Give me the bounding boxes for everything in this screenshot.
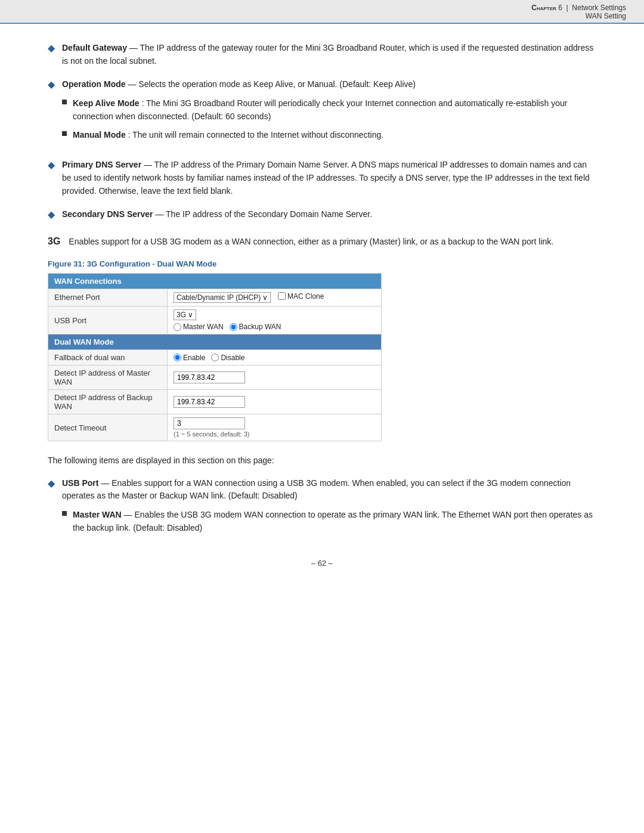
ethernet-port-row: Ethernet Port Cable/Dynamic IP (DHCP) ∨ … xyxy=(48,289,382,306)
page-number: – 62 – xyxy=(48,559,596,568)
sub-item-keep-alive: Keep Alive Mode : The Mini 3G Broadband … xyxy=(62,97,596,123)
figure-caption: Figure 31: 3G Configuration - Dual WAN M… xyxy=(48,259,596,268)
fallback-label: Fallback of dual wan xyxy=(48,350,168,366)
3g-description: Enables support for a USB 3G modem as a … xyxy=(69,236,553,249)
section-3g: 3G Enables support for a USB 3G modem as… xyxy=(48,236,596,249)
diamond-icon: ◆ xyxy=(48,159,55,171)
manual-mode-label: Manual Mode xyxy=(73,130,126,140)
mac-clone-checkbox-label[interactable]: MAC Clone xyxy=(278,292,324,301)
diamond-icon: ◆ xyxy=(48,79,55,90)
detect-backup-value xyxy=(168,390,382,414)
fallback-radio-group: Enable Disable xyxy=(174,354,375,362)
chapter-word: Chapter xyxy=(531,4,556,12)
wan-connections-header: WAN Connections xyxy=(48,273,382,289)
operation-mode-subbullets: Keep Alive Mode : The Mini 3G Broadband … xyxy=(62,97,596,142)
diamond-icon: ◆ xyxy=(48,42,55,54)
chapter-number: 6 xyxy=(558,4,562,12)
second-bullet-list: ◆ USB Port — Enables support for a WAN c… xyxy=(48,477,596,541)
usb-port-value: 3G ∨ Master WAN Backup WAN xyxy=(168,306,382,335)
list-item-operation-mode: ◆ Operation Mode — Selects the operation… xyxy=(48,78,596,148)
usb-port-row: USB Port 3G ∨ Master WAN Backup WAN xyxy=(48,306,382,335)
sub-item-manual-mode: Manual Mode : The unit will remain conne… xyxy=(62,129,596,142)
wan-connections-header-row: WAN Connections xyxy=(48,273,382,289)
enable-radio[interactable] xyxy=(174,354,181,361)
3g-label: 3G xyxy=(48,236,60,247)
diamond-icon: ◆ xyxy=(48,209,55,220)
list-item-primary-dns: ◆ Primary DNS Server — The IP address of… xyxy=(48,159,596,197)
disable-radio[interactable] xyxy=(211,354,219,361)
detect-master-value xyxy=(168,366,382,390)
subsection-title: WAN Setting xyxy=(18,12,626,20)
figure-container: Figure 31: 3G Configuration - Dual WAN M… xyxy=(48,259,596,442)
backup-wan-radio-label[interactable]: Backup WAN xyxy=(230,323,281,331)
usb-port-label: USB Port xyxy=(48,306,168,335)
detect-master-label: Detect IP address of Master WAN xyxy=(48,366,168,390)
sub-item-master-wan: Master WAN — Enables the USB 3G modem WA… xyxy=(62,509,596,534)
secondary-dns-label: Secondary DNS Server xyxy=(62,209,153,219)
dual-wan-header: Dual WAN Mode xyxy=(48,335,382,350)
detect-backup-row: Detect IP address of Backup WAN xyxy=(48,390,382,414)
mac-clone-checkbox[interactable] xyxy=(278,292,286,300)
square-icon xyxy=(62,100,67,104)
list-item-default-gateway: ◆ Default Gateway — The IP address of th… xyxy=(48,42,596,67)
page-header: Chapter 6 | Network Settings WAN Setting xyxy=(0,0,644,24)
section-title: Network Settings xyxy=(572,4,626,12)
fallback-row: Fallback of dual wan Enable Disable xyxy=(48,350,382,366)
detect-timeout-label: Detect Timeout xyxy=(48,414,168,441)
usb-port-select[interactable]: 3G ∨ xyxy=(174,309,196,320)
enable-radio-label[interactable]: Enable xyxy=(174,354,205,362)
config-table: WAN Connections Ethernet Port Cable/Dyna… xyxy=(48,273,382,442)
ethernet-port-select[interactable]: Cable/Dynamic IP (DHCP) ∨ xyxy=(174,292,271,303)
usb-port-bullet-label: USB Port xyxy=(62,478,98,488)
master-wan-radio-label[interactable]: Master WAN xyxy=(174,323,224,331)
square-icon xyxy=(62,511,67,516)
usb-port-bullet-text: USB Port — Enables support for a WAN con… xyxy=(62,477,596,541)
detect-master-input[interactable] xyxy=(174,371,245,383)
list-item-secondary-dns: ◆ Secondary DNS Server — The IP address … xyxy=(48,208,596,221)
primary-dns-text: Primary DNS Server — The IP address of t… xyxy=(62,159,596,197)
main-bullet-list: ◆ Default Gateway — The IP address of th… xyxy=(48,42,596,221)
master-wan-sub-label: Master WAN xyxy=(73,510,122,519)
primary-dns-label: Primary DNS Server xyxy=(62,160,141,169)
backup-wan-radio[interactable] xyxy=(230,323,237,331)
default-gateway-label: Default Gateway xyxy=(62,43,127,52)
keep-alive-label: Keep Alive Mode xyxy=(73,98,140,108)
detect-backup-label: Detect IP address of Backup WAN xyxy=(48,390,168,414)
master-wan-radio[interactable] xyxy=(174,323,181,331)
list-item-usb-port: ◆ USB Port — Enables support for a WAN c… xyxy=(48,477,596,541)
ethernet-port-label: Ethernet Port xyxy=(48,289,168,306)
detect-timeout-value: (1 ~ 5 seconds, default: 3) xyxy=(168,414,382,441)
dual-wan-header-row: Dual WAN Mode xyxy=(48,335,382,350)
square-icon xyxy=(62,131,67,136)
detect-timeout-note: (1 ~ 5 seconds, default: 3) xyxy=(174,431,375,438)
chapter-label: Chapter 6 | Network Settings xyxy=(18,4,626,12)
operation-mode-text: Operation Mode — Selects the operation m… xyxy=(62,78,596,148)
secondary-dns-text: Secondary DNS Server — The IP address of… xyxy=(62,208,596,221)
disable-radio-label[interactable]: Disable xyxy=(211,354,244,362)
fallback-value: Enable Disable xyxy=(168,350,382,366)
operation-mode-label: Operation Mode xyxy=(62,79,126,89)
usb-port-subbullets: Master WAN — Enables the USB 3G modem WA… xyxy=(62,509,596,534)
default-gateway-text: Default Gateway — The IP address of the … xyxy=(62,42,596,67)
ethernet-port-value: Cable/Dynamic IP (DHCP) ∨ MAC Clone xyxy=(168,289,382,306)
detect-master-row: Detect IP address of Master WAN xyxy=(48,366,382,390)
detect-timeout-row: Detect Timeout (1 ~ 5 seconds, default: … xyxy=(48,414,382,441)
page-content: ◆ Default Gateway — The IP address of th… xyxy=(0,24,644,592)
usb-port-radio-group: Master WAN Backup WAN xyxy=(174,323,375,331)
diamond-icon: ◆ xyxy=(48,478,55,489)
detect-backup-input[interactable] xyxy=(174,396,245,408)
following-items-text: The following items are displayed in thi… xyxy=(48,454,596,467)
detect-timeout-input[interactable] xyxy=(174,417,245,429)
